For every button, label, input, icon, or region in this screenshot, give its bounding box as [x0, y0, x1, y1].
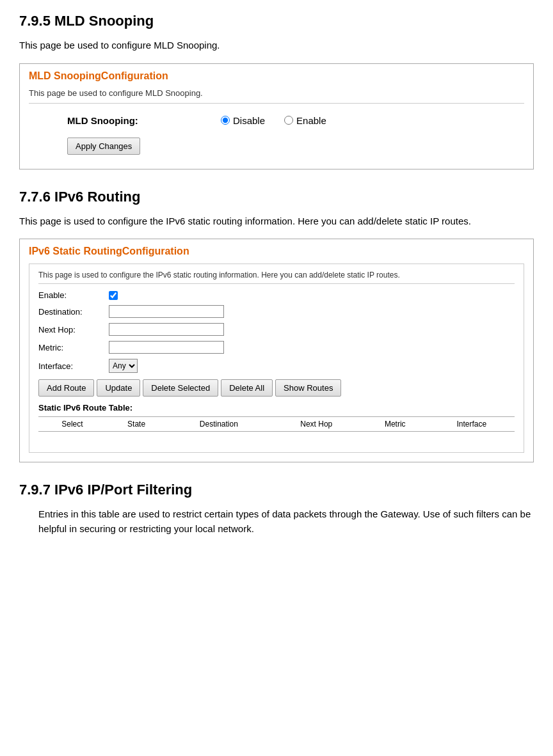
radio-disable-text: Disable — [233, 115, 265, 126]
th-destination: Destination — [166, 417, 271, 432]
route-table: Select State Destination Next Hop Metric… — [38, 416, 515, 446]
enable-checkbox[interactable] — [109, 291, 118, 300]
mld-snooping-label: MLD Snooping: — [67, 115, 182, 126]
enable-label: Enable: — [38, 290, 109, 300]
heading-ipv6-routing: 7.7.6 IPv6 Routing — [19, 189, 534, 205]
metric-input[interactable] — [109, 341, 224, 354]
radio-enable-text: Enable — [296, 115, 326, 126]
nexthop-label: Next Hop: — [38, 325, 109, 335]
apply-btn-row: Apply Changes — [67, 138, 524, 155]
interface-select[interactable]: Any — [109, 359, 138, 373]
desc-ipv6-routing: This page is used to configure the IPv6 … — [19, 214, 534, 229]
routing-inner-box: This page is used to configure the IPv6 … — [29, 264, 524, 453]
routing-desc: This page is used to configure the IPv6 … — [38, 271, 515, 284]
radio-enable-label[interactable]: Enable — [284, 115, 326, 126]
delete-selected-button[interactable]: Delete Selected — [143, 379, 218, 397]
interface-label: Interface: — [38, 361, 109, 371]
routing-btn-row: Add Route Update Delete Selected Delete … — [38, 379, 515, 397]
apply-changes-button[interactable]: Apply Changes — [67, 138, 140, 155]
metric-label: Metric: — [38, 343, 109, 352]
radio-disable-input[interactable] — [221, 116, 230, 125]
heading-mld-snooping: 7.9.5 MLD Snooping — [19, 13, 534, 29]
destination-input[interactable] — [109, 305, 224, 318]
show-routes-button[interactable]: Show Routes — [275, 379, 341, 397]
section-ipv6-filtering: 7.9.7 IPv6 IP/Port Filtering Entries in … — [19, 482, 534, 536]
destination-row: Destination: — [38, 305, 515, 318]
add-route-button[interactable]: Add Route — [38, 379, 94, 397]
radio-disable-label[interactable]: Disable — [221, 115, 265, 126]
desc-ipv6-filtering: Entries in this table are used to restri… — [38, 507, 534, 536]
ipv6-routing-config-box: IPv6 Static RoutingConfiguration This pa… — [19, 239, 534, 462]
delete-all-button[interactable]: Delete All — [221, 379, 273, 397]
interface-row: Interface: Any — [38, 359, 515, 373]
update-button[interactable]: Update — [97, 379, 140, 397]
section-ipv6-routing: 7.7.6 IPv6 Routing This page is used to … — [19, 189, 534, 463]
heading-ipv6-filtering: 7.9.7 IPv6 IP/Port Filtering — [19, 482, 534, 498]
mld-config-title: MLD SnoopingConfiguration — [29, 70, 524, 82]
mld-radio-group: Disable Enable — [221, 115, 326, 126]
th-nexthop: Next Hop — [271, 417, 362, 432]
mld-config-desc: This page be used to configure MLD Snoop… — [29, 88, 524, 104]
section-mld-snooping: 7.9.5 MLD Snooping This page be used to … — [19, 13, 534, 169]
th-interface: Interface — [428, 417, 515, 432]
destination-label: Destination: — [38, 307, 109, 317]
th-metric: Metric — [362, 417, 428, 432]
mld-config-box: MLD SnoopingConfiguration This page be u… — [19, 63, 534, 169]
nexthop-input[interactable] — [109, 323, 224, 336]
desc-mld-snooping: This page be used to configure MLD Snoop… — [19, 38, 534, 53]
enable-row: Enable: — [38, 290, 515, 300]
radio-enable-input[interactable] — [284, 116, 293, 125]
nexthop-row: Next Hop: — [38, 323, 515, 336]
ipv6-routing-config-title: IPv6 Static RoutingConfiguration — [29, 246, 524, 257]
th-select: Select — [38, 417, 106, 432]
table-header-row: Select State Destination Next Hop Metric… — [38, 417, 515, 432]
static-table-title: Static IPv6 Route Table: — [38, 403, 515, 413]
table-row — [38, 432, 515, 446]
th-state: State — [106, 417, 166, 432]
mld-snooping-row: MLD Snooping: Disable Enable — [67, 115, 524, 126]
metric-row: Metric: — [38, 341, 515, 354]
